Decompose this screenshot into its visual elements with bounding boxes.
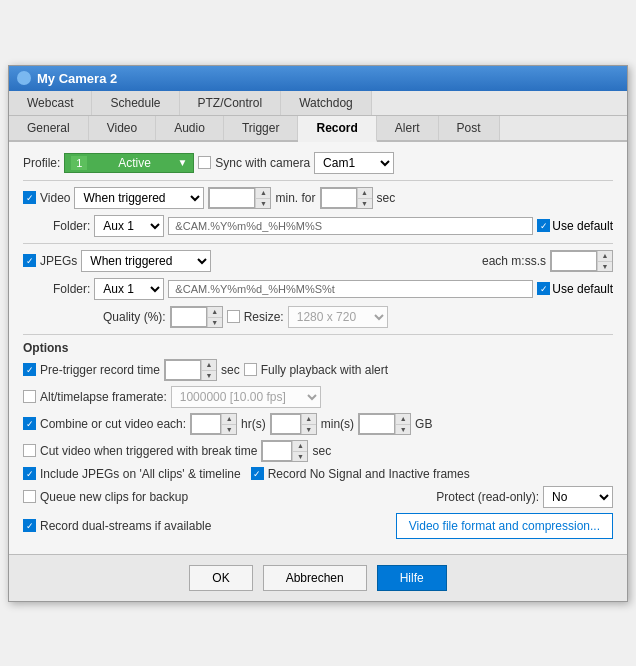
sync-checkbox[interactable]: [198, 156, 211, 169]
jpegs-path: &CAM.%Y%m%d_%H%M%S%t: [168, 280, 533, 298]
tab-record[interactable]: Record: [298, 116, 376, 142]
alt-timelapse-label: Alt/timelapse framerate:: [40, 390, 167, 404]
combine-gb-btns: ▲ ▼: [395, 414, 410, 434]
jpegs-time-spinner: 0:02.0 ▲ ▼: [550, 250, 613, 272]
tab-general[interactable]: General: [9, 116, 89, 140]
alt-timelapse-row: Alt/timelapse framerate: 1000000 [10.00 …: [23, 386, 613, 408]
dual-format-row: ✓ Record dual-streams if available Video…: [23, 513, 613, 539]
tab-video[interactable]: Video: [89, 116, 156, 140]
profile-arrow: ▼: [177, 157, 187, 168]
profile-select[interactable]: 1 Active ▼: [64, 153, 194, 173]
help-button[interactable]: Hilfe: [377, 565, 447, 591]
combine-gb-down[interactable]: ▼: [396, 424, 410, 434]
video-default-checkbox[interactable]: ✓: [537, 219, 550, 232]
video-min-up[interactable]: ▲: [256, 188, 270, 198]
tab-trigger[interactable]: Trigger: [224, 116, 299, 140]
video-sec-down[interactable]: ▼: [358, 198, 372, 208]
jpegs-default-checkbox[interactable]: ✓: [537, 282, 550, 295]
include-jpegs-label: Include JPEGs on 'All clips' & timeline: [40, 467, 241, 481]
video-sec-up[interactable]: ▲: [358, 188, 372, 198]
combine-gb-up[interactable]: ▲: [396, 414, 410, 424]
quality-up[interactable]: ▲: [208, 307, 222, 317]
protect-label: Protect (read-only):: [436, 490, 539, 504]
cut-video-input[interactable]: 0: [262, 441, 292, 461]
video-label: Video: [40, 191, 70, 205]
dual-checkbox[interactable]: ✓: [23, 519, 36, 532]
combine-hr-up[interactable]: ▲: [222, 414, 236, 424]
include-jpegs-checkbox[interactable]: ✓: [23, 467, 36, 480]
combine-min-up[interactable]: ▲: [302, 414, 316, 424]
video-checkbox[interactable]: ✓: [23, 191, 36, 204]
jpegs-checkbox[interactable]: ✓: [23, 254, 36, 267]
profile-number: 1: [71, 156, 87, 170]
combine-gb-input[interactable]: 4.0: [359, 414, 395, 434]
combine-label: Combine or cut video each:: [40, 417, 186, 431]
tab-post[interactable]: Post: [439, 116, 500, 140]
video-row: ✓ Video When triggered 10:00 ▲ ▼ min. fo…: [23, 187, 613, 209]
main-window: My Camera 2 Webcast Schedule PTZ/Control…: [8, 65, 628, 602]
ok-button[interactable]: OK: [189, 565, 252, 591]
combine-checkbox[interactable]: ✓: [23, 417, 36, 430]
video-trigger-select[interactable]: When triggered: [74, 187, 204, 209]
queue-checkbox[interactable]: [23, 490, 36, 503]
combine-min-input[interactable]: 0: [271, 414, 301, 434]
combine-hr-input[interactable]: 8: [191, 414, 221, 434]
combine-min-down[interactable]: ▼: [302, 424, 316, 434]
cut-video-checkbox[interactable]: [23, 444, 36, 457]
tab-schedule[interactable]: Schedule: [92, 91, 179, 115]
record-no-signal-checkbox[interactable]: ✓: [251, 467, 264, 480]
fully-checkbox[interactable]: [244, 363, 257, 376]
cut-video-up[interactable]: ▲: [293, 441, 307, 451]
video-sec-spinner: 5.0 ▲ ▼: [320, 187, 373, 209]
alt-timelapse-select[interactable]: 1000000 [10.00 fps]: [171, 386, 321, 408]
pre-trigger-label: Pre-trigger record time: [40, 363, 160, 377]
include-record-row: ✓ Include JPEGs on 'All clips' & timelin…: [23, 467, 613, 481]
jpegs-time-down[interactable]: ▼: [598, 261, 612, 271]
protect-select[interactable]: No: [543, 486, 613, 508]
video-min-spinner: 10:00 ▲ ▼: [208, 187, 271, 209]
video-folder-label: Folder:: [53, 219, 90, 233]
cut-video-label: Cut video when triggered with break time: [40, 444, 257, 458]
pre-trigger-up[interactable]: ▲: [202, 360, 216, 370]
resize-select[interactable]: 1280 x 720: [288, 306, 388, 328]
tab-webcast[interactable]: Webcast: [9, 91, 92, 115]
video-folder-select[interactable]: Aux 1: [94, 215, 164, 237]
cut-video-sec-label: sec: [312, 444, 331, 458]
video-min-input[interactable]: 10:00: [209, 188, 255, 208]
window-title: My Camera 2: [37, 71, 117, 86]
jpegs-trigger-select[interactable]: When triggered: [81, 250, 211, 272]
window-icon: [17, 71, 31, 85]
quality-input[interactable]: 100: [171, 307, 207, 327]
camera-select[interactable]: Cam1: [314, 152, 394, 174]
combine-hr-down[interactable]: ▼: [222, 424, 236, 434]
jpegs-time-up[interactable]: ▲: [598, 251, 612, 261]
pre-trigger-checkbox[interactable]: ✓: [23, 363, 36, 376]
video-format-button[interactable]: Video file format and compression...: [396, 513, 613, 539]
jpegs-time-input[interactable]: 0:02.0: [551, 251, 597, 271]
tab-ptz[interactable]: PTZ/Control: [180, 91, 282, 115]
tab-alert[interactable]: Alert: [377, 116, 439, 140]
top-tabs: Webcast Schedule PTZ/Control Watchdog: [9, 91, 627, 116]
pre-trigger-input[interactable]: 5.0: [165, 360, 201, 380]
jpegs-folder-select[interactable]: Aux 1: [94, 278, 164, 300]
cancel-button[interactable]: Abbrechen: [263, 565, 367, 591]
quality-label: Quality (%):: [103, 310, 166, 324]
dual-label: Record dual-streams if available: [40, 519, 211, 533]
footer: OK Abbrechen Hilfe: [9, 554, 627, 601]
tab-watchdog[interactable]: Watchdog: [281, 91, 372, 115]
video-sec-input[interactable]: 5.0: [321, 188, 357, 208]
combine-gb-spinner: 4.0 ▲ ▼: [358, 413, 411, 435]
video-min-spinner-btns: ▲ ▼: [255, 188, 270, 208]
quality-down[interactable]: ▼: [208, 317, 222, 327]
alt-timelapse-checkbox[interactable]: [23, 390, 36, 403]
resize-label: Resize:: [244, 310, 284, 324]
pre-trigger-down[interactable]: ▼: [202, 370, 216, 380]
cut-video-down[interactable]: ▼: [293, 451, 307, 461]
resize-checkbox[interactable]: [227, 310, 240, 323]
video-min-down[interactable]: ▼: [256, 198, 270, 208]
quality-row: Quality (%): 100 ▲ ▼ Resize: 1280 x 720: [23, 306, 613, 328]
quality-spinner-btns: ▲ ▼: [207, 307, 222, 327]
jpegs-folder-label: Folder:: [53, 282, 90, 296]
tab-audio[interactable]: Audio: [156, 116, 224, 140]
jpegs-use-default: ✓ Use default: [537, 282, 613, 296]
